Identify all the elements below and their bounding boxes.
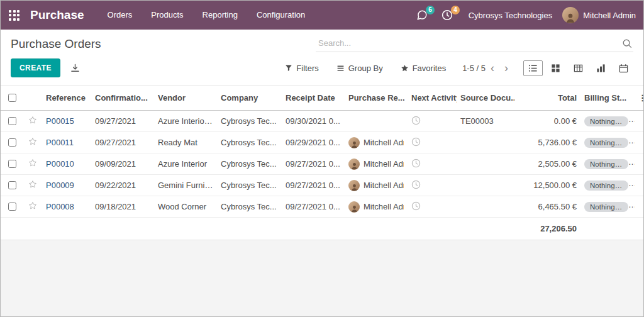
cell-source-document[interactable] xyxy=(457,196,514,218)
cell-purchase-rep[interactable]: Mitchell Adr xyxy=(345,175,408,196)
cell-purchase-rep[interactable]: Mitchell Adr xyxy=(345,153,408,175)
cell-billing-status[interactable]: Nothing to...... xyxy=(580,111,635,132)
pager-previous-button[interactable]: ‹ xyxy=(486,62,499,74)
next-activity-clock-icon[interactable] xyxy=(411,201,421,211)
row-checkbox[interactable] xyxy=(8,138,16,147)
pager-range[interactable]: 1-5 / 5 xyxy=(462,64,486,73)
cell-reference[interactable]: P00011 xyxy=(42,132,91,153)
cell-billing-status[interactable]: Nothing to...... xyxy=(580,196,635,218)
cell-receipt-date[interactable]: 09/27/2021 0... xyxy=(282,196,345,218)
cell-reference[interactable]: P00015 xyxy=(42,111,91,132)
cell-receipt-date[interactable]: 09/29/2021 0... xyxy=(282,132,345,153)
header-company[interactable]: Company xyxy=(217,86,282,111)
group-by-button[interactable]: Group By xyxy=(336,64,383,73)
app-name[interactable]: Purchase xyxy=(30,8,84,22)
calendar-view-button[interactable] xyxy=(614,60,633,76)
cell-total[interactable]: 5,736.00 € xyxy=(514,132,580,153)
cell-total[interactable]: 2,505.00 € xyxy=(514,153,580,175)
filters-button[interactable]: Filters xyxy=(285,64,318,73)
header-total[interactable]: Total xyxy=(514,86,580,111)
cell-source-document[interactable]: TE00003 xyxy=(457,111,514,132)
cell-reference[interactable]: P00010 xyxy=(42,153,91,175)
apps-menu-button[interactable] xyxy=(1,1,28,30)
cell-vendor[interactable]: Azure Interior, ... xyxy=(154,111,217,132)
cell-source-document[interactable] xyxy=(457,175,514,196)
cell-receipt-date[interactable]: 09/30/2021 0... xyxy=(282,111,345,132)
row-checkbox[interactable] xyxy=(8,160,16,168)
favorites-button[interactable]: Favorites xyxy=(401,64,446,73)
activities-button[interactable]: 4 xyxy=(435,6,460,25)
cell-purchase-rep[interactable] xyxy=(345,111,408,132)
next-activity-clock-icon[interactable] xyxy=(411,137,421,147)
list-view-button[interactable] xyxy=(523,60,543,76)
header-confirmation-date[interactable]: Confirmatio... xyxy=(91,86,154,111)
cell-company[interactable]: Cybrosys Tec... xyxy=(217,175,282,196)
cell-confirmation-date[interactable]: 09/27/2021 xyxy=(91,132,154,153)
header-billing-status[interactable]: Billing St... xyxy=(580,86,635,111)
cell-source-document[interactable] xyxy=(457,153,514,175)
next-activity-clock-icon[interactable] xyxy=(411,180,421,189)
optional-columns-toggle[interactable]: ⋮ xyxy=(635,86,644,111)
header-vendor[interactable]: Vendor xyxy=(154,86,217,111)
cell-billing-status[interactable]: Nothing to...... xyxy=(580,175,635,196)
cell-purchase-rep[interactable]: Mitchell Adr xyxy=(345,196,408,218)
cell-confirmation-date[interactable]: 09/09/2021 xyxy=(91,153,154,175)
cell-next-activity[interactable] xyxy=(408,132,457,153)
cell-company[interactable]: Cybrosys Tec... xyxy=(217,153,282,175)
favorite-star-icon[interactable] xyxy=(28,116,37,125)
cell-receipt-date[interactable]: 09/27/2021 0... xyxy=(282,175,345,196)
user-menu[interactable]: Mitchell Admin xyxy=(562,7,636,23)
cell-vendor[interactable]: Ready Mat xyxy=(154,132,217,153)
header-purchase-rep[interactable]: Purchase Re... xyxy=(345,86,408,111)
create-button[interactable]: CREATE xyxy=(11,58,60,77)
table-row[interactable]: P00009 09/22/2021 Gemini Furnit... Cybro… xyxy=(1,175,644,196)
search-input[interactable] xyxy=(317,38,622,48)
favorite-star-icon[interactable] xyxy=(28,158,37,167)
header-source-document[interactable]: Source Docu... xyxy=(457,86,514,111)
menu-configuration[interactable]: Configuration xyxy=(247,1,314,30)
cell-reference[interactable]: P00009 xyxy=(42,175,91,196)
pivot-view-button[interactable] xyxy=(569,60,588,76)
graph-view-button[interactable] xyxy=(591,60,611,76)
favorite-star-icon[interactable] xyxy=(28,180,37,189)
cell-confirmation-date[interactable]: 09/18/2021 xyxy=(91,196,154,218)
header-next-activity[interactable]: Next Activity xyxy=(408,86,457,111)
cell-total[interactable]: 12,500.00 € xyxy=(514,175,580,196)
cell-company[interactable]: Cybrosys Tec... xyxy=(217,111,282,132)
cell-company[interactable]: Cybrosys Tec... xyxy=(217,132,282,153)
table-row[interactable]: P00010 09/09/2021 Azure Interior Cybrosy… xyxy=(1,153,644,175)
cell-confirmation-date[interactable]: 09/27/2021 xyxy=(91,111,154,132)
cell-vendor[interactable]: Gemini Furnit... xyxy=(154,175,217,196)
kanban-view-button[interactable] xyxy=(546,60,565,76)
table-row[interactable]: P00015 09/27/2021 Azure Interior, ... Cy… xyxy=(1,111,644,132)
cell-next-activity[interactable] xyxy=(408,111,457,132)
messages-button[interactable]: 6 xyxy=(409,6,435,25)
pager-next-button[interactable]: › xyxy=(499,62,513,74)
cell-next-activity[interactable] xyxy=(408,196,457,218)
header-receipt-date[interactable]: Receipt Date xyxy=(282,86,345,111)
favorite-star-icon[interactable] xyxy=(28,201,37,210)
cell-vendor[interactable]: Azure Interior xyxy=(154,153,217,175)
row-checkbox[interactable] xyxy=(8,117,16,125)
next-activity-clock-icon[interactable] xyxy=(411,158,421,168)
next-activity-clock-icon[interactable] xyxy=(411,116,421,125)
cell-total[interactable]: 6,465.50 € xyxy=(514,196,580,218)
header-reference[interactable]: Reference xyxy=(42,86,91,111)
cell-billing-status[interactable]: Nothing to...... xyxy=(580,132,635,153)
menu-reporting[interactable]: Reporting xyxy=(193,1,247,30)
menu-orders[interactable]: Orders xyxy=(98,1,142,30)
company-switcher[interactable]: Cybrosys Technologies xyxy=(469,11,552,20)
cell-purchase-rep[interactable]: Mitchell Adr xyxy=(345,132,408,153)
select-all-checkbox[interactable] xyxy=(8,94,16,102)
cell-confirmation-date[interactable]: 09/22/2021 xyxy=(91,175,154,196)
cell-receipt-date[interactable]: 09/27/2021 0... xyxy=(282,153,345,175)
cell-vendor[interactable]: Wood Corner xyxy=(154,196,217,218)
cell-reference[interactable]: P00008 xyxy=(42,196,91,218)
cell-next-activity[interactable] xyxy=(408,153,457,175)
cell-company[interactable]: Cybrosys Tec... xyxy=(217,196,282,218)
favorite-star-icon[interactable] xyxy=(28,137,37,146)
export-button[interactable] xyxy=(68,61,82,75)
menu-products[interactable]: Products xyxy=(142,1,192,30)
cell-total[interactable]: 0.00 € xyxy=(514,111,580,132)
cell-source-document[interactable] xyxy=(457,132,514,153)
